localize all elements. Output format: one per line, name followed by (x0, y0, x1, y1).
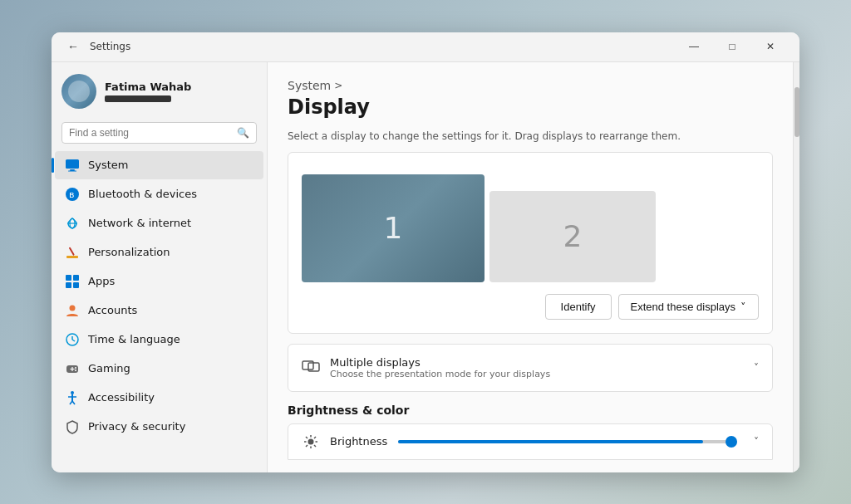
sidebar-item-accessibility[interactable]: Accessibility (55, 384, 263, 412)
sidebar-item-personalization[interactable]: Personalization (55, 238, 263, 267)
sidebar-item-gaming-label: Gaming (88, 362, 130, 374)
scrollbar-track[interactable] (793, 62, 799, 472)
maximize-button[interactable]: □ (713, 33, 751, 60)
svg-point-21 (75, 369, 76, 371)
sidebar-item-accessibility-label: Accessibility (88, 391, 155, 404)
display-1[interactable]: 1 (302, 174, 485, 282)
extend-displays-button[interactable]: Extend these displays ˅ (618, 294, 759, 320)
breadcrumb: System > (288, 79, 773, 92)
display-1-label: 1 (384, 211, 403, 245)
multiple-displays-left: Multiple displays Choose the presentatio… (302, 356, 550, 379)
minimize-button[interactable]: — (675, 33, 713, 60)
sidebar: Fatima Wahab 🔍 (52, 62, 268, 472)
scrollbar-thumb[interactable] (794, 87, 799, 137)
multiple-displays-text: Multiple displays Choose the presentatio… (330, 356, 550, 379)
svg-text:ʙ: ʙ (69, 189, 74, 200)
breadcrumb-parent: System (288, 79, 331, 92)
brightness-thumb (726, 436, 737, 448)
sidebar-item-personalization-label: Personalization (88, 246, 170, 258)
personalization-icon (65, 245, 80, 260)
display-subtitle: Select a display to change the settings … (288, 130, 773, 142)
svg-line-16 (72, 340, 75, 341)
back-button[interactable]: ← (61, 35, 85, 58)
svg-line-36 (314, 437, 316, 438)
brightness-fill (398, 440, 703, 443)
sidebar-item-apps-label: Apps (88, 275, 115, 287)
search-box[interactable]: 🔍 (61, 122, 257, 144)
window-title: Settings (90, 41, 675, 52)
svg-point-22 (71, 391, 74, 394)
display-2[interactable]: 2 (489, 191, 656, 282)
svg-rect-0 (66, 159, 79, 169)
brightness-row: Brightness ˅ (288, 423, 773, 460)
close-button[interactable]: ✕ (751, 33, 790, 60)
avatar (61, 74, 96, 109)
sidebar-item-accounts-label: Accounts (88, 304, 137, 316)
svg-point-13 (70, 305, 76, 311)
sidebar-item-privacy-label: Privacy & security (88, 420, 185, 433)
extend-chevron-icon: ˅ (740, 301, 746, 313)
svg-line-34 (306, 437, 307, 438)
display-preview-card: 1 2 Identify Extend these displays ˅ (288, 152, 773, 334)
system-icon (65, 158, 80, 173)
svg-rect-2 (68, 170, 76, 171)
sidebar-item-apps[interactable]: Apps (55, 267, 263, 296)
multiple-displays-row[interactable]: Multiple displays Choose the presentatio… (288, 344, 773, 392)
content-area: Fatima Wahab 🔍 (52, 62, 799, 472)
svg-point-20 (75, 367, 76, 369)
multiple-displays-subtitle: Choose the presentation mode for your di… (330, 369, 550, 379)
profile-section: Fatima Wahab (52, 62, 267, 119)
sidebar-item-gaming[interactable]: Gaming (55, 355, 263, 383)
window-controls: — □ ✕ (675, 33, 790, 60)
accessibility-icon (65, 390, 80, 405)
profile-info: Fatima Wahab (105, 81, 191, 102)
displays-row: 1 2 (302, 166, 759, 282)
accounts-icon (65, 303, 80, 318)
brightness-chevron-icon: ˅ (754, 436, 759, 448)
svg-rect-9 (66, 275, 71, 281)
multiple-displays-icon (302, 359, 320, 377)
display-2-label: 2 (563, 219, 583, 253)
sidebar-item-system[interactable]: System (55, 151, 263, 179)
gaming-icon (65, 361, 80, 376)
svg-rect-10 (73, 275, 79, 281)
search-input[interactable] (69, 127, 232, 139)
sidebar-item-system-label: System (88, 159, 128, 171)
main-content: System > Display Select a display to cha… (268, 62, 793, 472)
apps-icon (65, 274, 80, 289)
sidebar-item-bluetooth[interactable]: ʙ Bluetooth & devices (55, 180, 263, 208)
svg-rect-8 (69, 247, 75, 256)
multiple-displays-title: Multiple displays (330, 356, 550, 369)
sidebar-item-accounts[interactable]: Accounts (55, 296, 263, 325)
bluetooth-icon: ʙ (65, 187, 80, 202)
identify-button[interactable]: Identify (545, 294, 612, 320)
sidebar-item-time[interactable]: Time & language (55, 325, 263, 354)
svg-rect-7 (66, 256, 78, 258)
profile-email-bar (105, 95, 171, 102)
extend-label: Extend these displays (631, 301, 735, 313)
svg-line-35 (314, 445, 316, 447)
brightness-label: Brightness (330, 435, 388, 448)
titlebar: ← Settings — □ ✕ (52, 32, 799, 62)
settings-window: ← Settings — □ ✕ Fatima Wahab 🔍 (52, 32, 799, 472)
svg-rect-11 (66, 282, 71, 288)
sidebar-item-time-label: Time & language (88, 333, 180, 345)
sidebar-item-bluetooth-label: Bluetooth & devices (88, 188, 197, 200)
svg-line-26 (72, 401, 75, 404)
network-icon (65, 216, 80, 231)
brightness-icon (302, 433, 320, 451)
breadcrumb-chevron: > (334, 80, 342, 91)
sidebar-item-privacy[interactable]: Privacy & security (55, 413, 263, 441)
profile-name: Fatima Wahab (105, 81, 191, 93)
svg-point-29 (308, 438, 314, 444)
display-actions: Identify Extend these displays ˅ (302, 294, 759, 320)
page-title: Display (288, 95, 773, 119)
brightness-slider[interactable] (398, 440, 737, 443)
brightness-section-title: Brightness & color (288, 404, 773, 417)
sidebar-item-network[interactable]: Network & internet (55, 209, 263, 237)
privacy-icon (65, 419, 80, 434)
search-icon: 🔍 (237, 127, 249, 139)
svg-line-37 (306, 445, 307, 447)
sidebar-item-network-label: Network & internet (88, 217, 191, 229)
multiple-displays-chevron-icon: ˅ (754, 362, 759, 374)
